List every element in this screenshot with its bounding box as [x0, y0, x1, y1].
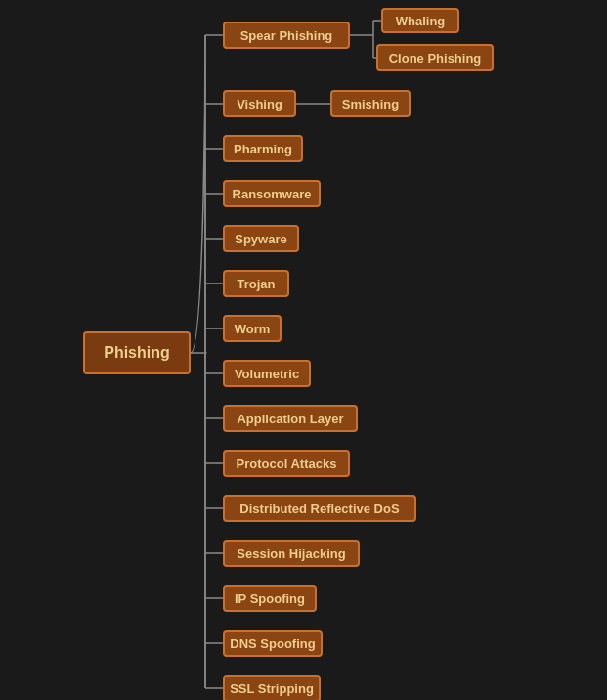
session-hijacking-node: Session Hijacking	[223, 540, 360, 567]
ip-spoofing-node: IP Spoofing	[223, 585, 317, 612]
ssl-stripping-node: SSL Stripping	[223, 675, 321, 700]
smishing-node: Smishing	[330, 90, 411, 117]
dns-spoofing-node: DNS Spoofing	[223, 630, 323, 657]
volumetric-node: Volumetric	[223, 360, 311, 387]
whaling-node: Whaling	[381, 8, 459, 33]
protocol-attacks-node: Protocol Attacks	[223, 450, 350, 477]
mindmap-canvas: Phishing Spear Phishing Whaling Clone Ph…	[0, 0, 607, 700]
spear-phishing-node: Spear Phishing	[223, 22, 350, 49]
worm-node: Worm	[223, 315, 282, 342]
trojan-node: Trojan	[223, 270, 289, 297]
pharming-node: Pharming	[223, 135, 303, 162]
application-layer-node: Application Layer	[223, 405, 358, 432]
clone-phishing-node: Clone Phishing	[376, 44, 494, 71]
vishing-node: Vishing	[223, 90, 296, 117]
distributed-reflective-dos-node: Distributed Reflective DoS	[223, 495, 416, 522]
ransomware-node: Ransomware	[223, 180, 321, 207]
root-node: Phishing	[83, 331, 191, 374]
spyware-node: Spyware	[223, 225, 299, 252]
